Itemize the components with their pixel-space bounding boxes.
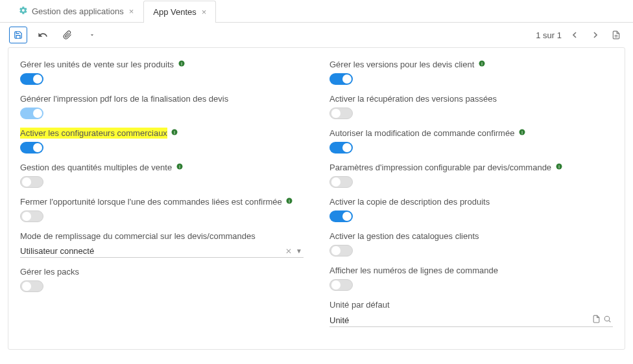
toggle-modify-confirmed-order[interactable] — [329, 142, 353, 154]
field-generate-pdf: Générer l'impression pdf lors de la fina… — [20, 94, 304, 119]
field-label: Activer la copie de description des prod… — [329, 197, 490, 207]
edit-icon[interactable] — [591, 315, 602, 325]
toggle-multiple-quantities[interactable] — [20, 176, 43, 188]
select-default-unit[interactable]: Unité — [329, 312, 613, 327]
tab-label: App Ventes — [153, 7, 197, 17]
page-indicator: 1 sur 1 — [536, 30, 562, 40]
toolbar: 1 sur 1 — [0, 23, 633, 47]
field-modify-confirmed-order: Autoriser la modification de commande co… — [329, 128, 613, 154]
field-close-opportunity: Fermer l'opportunité lorsque l'une des c… — [20, 197, 304, 222]
settings-panel: Gérer les unités de vente sur les produi… — [8, 47, 625, 350]
field-label: Unité par défaut — [329, 300, 390, 310]
field-enable-configurators: Activer les configurateurs commerciaux i — [20, 128, 304, 154]
toggle-print-params[interactable] — [329, 176, 353, 188]
field-multiple-quantities: Gestion des quantités multiples de vente… — [20, 163, 304, 188]
toggle-recover-versions[interactable] — [329, 108, 353, 119]
info-icon[interactable]: i — [176, 163, 184, 170]
field-label: Gérer les packs — [20, 267, 79, 277]
toggle-copy-description[interactable] — [329, 210, 353, 222]
info-icon[interactable]: i — [478, 60, 486, 67]
field-line-numbers: Afficher les numéros de lignes de comman… — [329, 266, 613, 291]
document-icon[interactable] — [608, 27, 624, 43]
svg-point-16 — [604, 316, 610, 321]
field-label: Gérer les unités de vente sur les produi… — [20, 60, 174, 69]
toggle-manage-units[interactable] — [20, 73, 43, 85]
field-label: Activer la récupération des versions pas… — [329, 94, 497, 104]
toggle-client-catalogs[interactable] — [329, 245, 353, 256]
gear-icon — [19, 6, 28, 17]
field-label: Activer la gestion des catalogues client… — [329, 231, 479, 241]
field-label: Afficher les numéros de lignes de comman… — [329, 266, 498, 275]
field-label: Autoriser la modification de commande co… — [329, 128, 514, 138]
field-manage-packs: Gérer les packs — [20, 267, 304, 292]
field-label: Mode de remplissage du commercial sur le… — [20, 231, 256, 241]
field-default-unit: Unité par défaut Unité — [329, 300, 613, 327]
select-value: Unité — [329, 315, 591, 325]
chevron-down-icon[interactable]: ▼ — [294, 247, 304, 255]
close-icon[interactable]: × — [202, 7, 207, 17]
tab-manage-applications[interactable]: Gestion des applications × — [9, 0, 143, 22]
attachment-button[interactable] — [58, 27, 77, 43]
field-manage-units: Gérer les unités de vente sur les produi… — [20, 60, 304, 85]
save-button[interactable] — [9, 27, 27, 43]
clear-icon[interactable]: ✕ — [283, 247, 294, 256]
info-icon[interactable]: i — [178, 60, 185, 67]
undo-button[interactable] — [34, 27, 52, 43]
info-icon[interactable]: i — [171, 128, 178, 136]
toggle-line-numbers[interactable] — [329, 279, 353, 291]
field-label: Paramètres d'impression configurable par… — [329, 163, 551, 172]
close-icon[interactable]: × — [129, 6, 134, 16]
left-column: Gérer les unités de vente sur les produi… — [20, 60, 304, 334]
field-label: Gestion des quantités multiples de vente — [20, 163, 172, 172]
field-salesperson-fill-mode: Mode de remplissage du commercial sur le… — [20, 231, 304, 258]
svg-line-17 — [609, 321, 610, 322]
field-label: Gérer les versions pour les devis client — [329, 60, 474, 69]
field-recover-versions: Activer la récupération des versions pas… — [329, 94, 613, 119]
search-icon[interactable] — [602, 315, 613, 325]
prev-button[interactable] — [567, 27, 582, 43]
field-manage-versions: Gérer les versions pour les devis client… — [329, 60, 613, 85]
tab-label: Gestion des applications — [32, 6, 124, 16]
dropdown-caret[interactable] — [83, 27, 101, 43]
tab-app-sales[interactable]: App Ventes × — [143, 1, 216, 23]
field-label: Générer l'impression pdf lors de la fina… — [20, 94, 228, 104]
next-button[interactable] — [588, 27, 603, 43]
toggle-close-opportunity[interactable] — [20, 210, 43, 222]
info-icon[interactable]: i — [518, 128, 526, 136]
field-client-catalogs: Activer la gestion des catalogues client… — [329, 231, 613, 256]
tab-bar: Gestion des applications × App Ventes × — [0, 0, 633, 23]
toggle-manage-packs[interactable] — [20, 280, 43, 292]
info-icon[interactable]: i — [555, 163, 563, 170]
info-icon[interactable]: i — [285, 197, 293, 205]
toggle-manage-versions[interactable] — [329, 73, 353, 85]
toggle-enable-configurators[interactable] — [20, 142, 43, 154]
field-label: Fermer l'opportunité lorsque l'une des c… — [20, 197, 282, 207]
field-copy-description: Activer la copie de description des prod… — [329, 197, 613, 222]
select-value: Utilisateur connecté — [20, 246, 283, 256]
right-column: Gérer les versions pour les devis client… — [329, 60, 613, 334]
field-print-params: Paramètres d'impression configurable par… — [329, 163, 613, 188]
toggle-generate-pdf[interactable] — [20, 108, 43, 119]
select-salesperson-fill-mode[interactable]: Utilisateur connecté ✕ ▼ — [20, 244, 304, 258]
field-label: Activer les configurateurs commerciaux — [20, 128, 167, 139]
